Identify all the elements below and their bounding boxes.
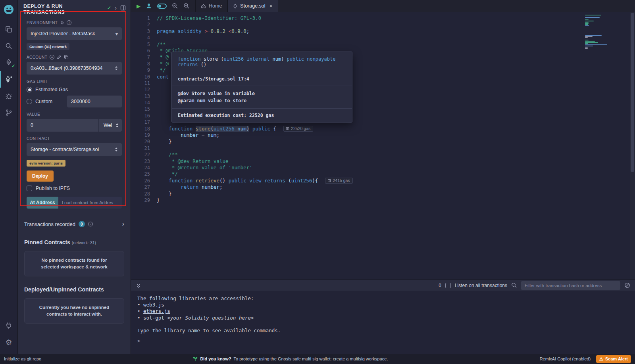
status-bar: Initialize as git repo Did you know? To …	[0, 354, 635, 364]
tab-home[interactable]: Home	[195, 0, 227, 12]
tooltip-gas-cost: Estimated execution cost: 22520 gas	[172, 109, 352, 122]
chevron-right-icon[interactable]: ›	[122, 220, 124, 228]
publish-ipfs-label[interactable]: Publish to IPFS	[36, 186, 70, 191]
updown-caret-icon	[115, 147, 118, 152]
value-unit: Wei	[104, 123, 112, 128]
run-script-button[interactable]: ▶	[137, 3, 140, 9]
account-label: ACCOUNT	[27, 55, 47, 59]
line-numbers: 1234567891011121314151617181920212223242…	[131, 15, 150, 203]
contract-label-row: CONTRACT	[27, 136, 122, 141]
info-icon[interactable]: i	[88, 222, 93, 226]
plug-icon[interactable]	[60, 21, 64, 25]
contract-value: Storage - contracts/Storage.sol	[31, 147, 99, 152]
sidebar-item-solidity-compiler[interactable]: ✓	[0, 54, 18, 71]
updown-caret-icon	[115, 66, 118, 71]
minimap[interactable]	[585, 15, 628, 49]
deploy-form: ENVIRONMENT i Injected Provider - MetaMa…	[18, 20, 131, 209]
copilot-status[interactable]: RemixAI Copilot (enabled)	[540, 356, 591, 361]
deploy-run-panel: DEPLOY & RUN TRANSACTIONS ✓ › ENVIRONMEN…	[18, 0, 131, 354]
main-area: ▶ Home Storage.sol ×	[131, 0, 635, 354]
editor: 1234567891011121314151617181920212223242…	[131, 12, 635, 280]
did-you-know-title: Did you know?	[200, 356, 231, 361]
sidebar-item-search[interactable]	[0, 38, 18, 54]
sidebar-item-file-explorer[interactable]	[0, 21, 18, 38]
listen-transactions-label[interactable]: Listen on all transactions	[455, 283, 507, 288]
tooltip-doc-dev: @dev Store value in variable	[178, 90, 346, 97]
scam-alert-badge[interactable]: ⚠ Scam Alert	[596, 355, 631, 363]
value-unit-select[interactable]: Wei	[99, 119, 122, 132]
pin-panel-icon[interactable]	[120, 5, 126, 11]
sidebar-item-git[interactable]	[0, 104, 18, 121]
environment-value: Injected Provider - MetaMask	[31, 31, 95, 36]
listen-transactions-checkbox[interactable]	[445, 283, 451, 288]
sidebar-item-debugger[interactable]	[0, 88, 18, 104]
scam-alert-label: Scam Alert	[605, 356, 628, 361]
value-label: VALUE	[27, 112, 40, 117]
clear-console-icon[interactable]	[624, 282, 630, 288]
add-account-icon[interactable]: +	[50, 55, 54, 59]
tooltip-doc-param: @param num value to store	[178, 97, 346, 104]
search-icon[interactable]	[511, 282, 517, 288]
custom-gas-input[interactable]	[67, 96, 122, 107]
copilot-avatar-icon[interactable]	[146, 3, 152, 9]
chevron-right-icon[interactable]: ›	[115, 4, 117, 11]
scrollbar-thumb[interactable]	[631, 13, 634, 172]
transactions-recorded-label: Transactions recorded	[24, 221, 75, 227]
remix-logo-icon[interactable]	[3, 4, 15, 15]
copilot-toggle[interactable]	[157, 4, 167, 9]
copy-icon[interactable]	[64, 55, 69, 59]
pinned-empty-message: No pinned contracts found for selected w…	[24, 251, 124, 276]
tab-file-label: Storage.sol	[240, 3, 265, 9]
editor-scrollbar	[630, 12, 635, 280]
deployed-empty-message: Currently you have no unpinned contracts…	[24, 298, 124, 324]
info-icon[interactable]: i	[67, 20, 71, 25]
publish-ipfs-checkbox[interactable]	[27, 186, 32, 191]
contract-select[interactable]: Storage - contracts/Storage.sol	[27, 143, 122, 156]
gas-label-row: GAS LIMIT	[27, 79, 122, 84]
contract-label: CONTRACT	[27, 136, 50, 141]
sidebar-item-settings[interactable]: ⚙	[0, 334, 18, 351]
deploy-button[interactable]: Deploy	[27, 171, 54, 182]
at-address-input[interactable]	[58, 197, 122, 209]
tab-storage-sol[interactable]: Storage.sol ×	[227, 0, 278, 12]
at-address-button[interactable]: At Address	[27, 197, 58, 209]
zoom-in-button[interactable]	[183, 3, 190, 9]
environment-label-row: ENVIRONMENT i	[27, 20, 122, 25]
environment-select[interactable]: Injected Provider - MetaMask ▾	[27, 27, 122, 40]
git-init-button[interactable]: Initialize as git repo	[4, 356, 41, 361]
terminal-filter-input[interactable]	[521, 281, 620, 290]
did-you-know: Did you know? To prototype using the Gno…	[193, 356, 388, 362]
sidebar-item-plugin-manager[interactable]	[0, 317, 18, 334]
evm-version-badge: evm version: paris	[27, 160, 65, 167]
estimated-gas-label[interactable]: Estimated Gas	[35, 87, 68, 92]
collapse-terminal-icon[interactable]	[136, 283, 141, 288]
estimated-gas-option: Estimated Gas	[27, 87, 122, 92]
tooltip-location: contracts/Storage.sol 17:4	[172, 72, 352, 86]
close-tab-icon[interactable]: ×	[269, 3, 273, 9]
network-badge: Custom (31) network	[27, 43, 69, 50]
panel-title-line2: TRANSACTIONS	[23, 10, 65, 15]
value-input[interactable]	[27, 119, 99, 132]
transactions-count-badge: 0	[79, 221, 85, 227]
transactions-recorded-row: Transactions recorded 0 i ›	[18, 215, 131, 233]
terminal-prompt[interactable]: >	[137, 338, 635, 344]
value-row: Wei	[27, 119, 122, 132]
environment-label: ENVIRONMENT	[27, 21, 58, 25]
edit-icon[interactable]	[57, 55, 62, 59]
warning-icon: ⚠	[599, 356, 603, 362]
tab-home-label: Home	[209, 3, 222, 9]
value-label-row: VALUE	[27, 112, 122, 117]
zoom-out-button[interactable]	[172, 3, 178, 9]
terminal-header: 0 Listen on all transactions	[131, 280, 635, 291]
publish-ipfs-row: Publish to IPFS	[27, 186, 122, 191]
tooltip-docs: @dev Store value in variable @param num …	[172, 86, 352, 109]
account-select[interactable]: 0xA03...85ac4 (0.398673504934	[27, 62, 122, 75]
did-you-know-text: To prototype using the Gnosis safe multi…	[234, 356, 388, 361]
sidebar-item-deploy-run[interactable]	[0, 71, 18, 88]
estimated-gas-radio[interactable]	[27, 87, 32, 92]
account-value: 0xA03...85ac4 (0.398673504934	[31, 65, 102, 71]
custom-gas-label[interactable]: Custom	[35, 99, 52, 104]
custom-gas-radio[interactable]	[27, 99, 32, 104]
terminal[interactable]: The following libraries are accessible:•…	[131, 291, 635, 354]
seedling-icon	[193, 356, 198, 362]
